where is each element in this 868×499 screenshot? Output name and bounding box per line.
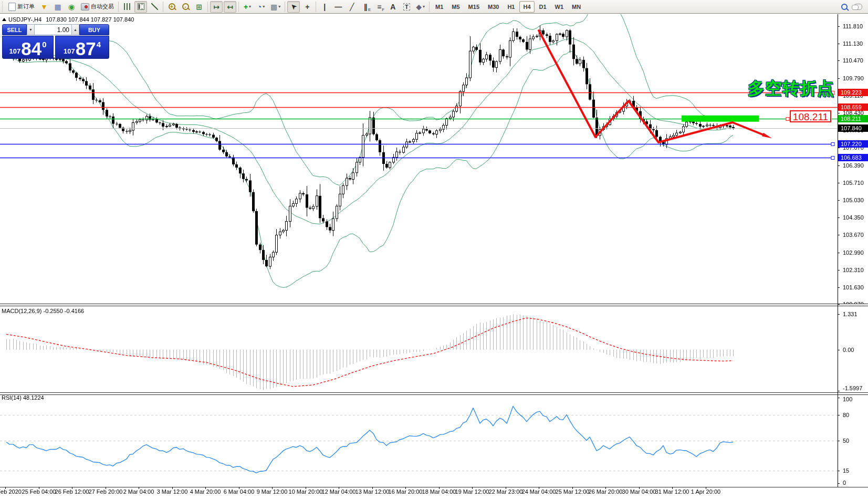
timeframe-h1-button[interactable]: H1 bbox=[504, 1, 518, 13]
text-button[interactable]: A bbox=[386, 1, 399, 13]
price-axis-label: 105.030 bbox=[843, 197, 864, 203]
date-axis: 23 Feb 202025 Feb 04:0026 Feb 12:0027 Fe… bbox=[0, 488, 868, 498]
price-axis-label: 109.790 bbox=[843, 75, 864, 81]
volume-increase-button[interactable]: ▲ bbox=[71, 24, 79, 35]
price-axis-label: 103.670 bbox=[843, 232, 864, 238]
tile-windows-button[interactable]: ⊞ bbox=[193, 1, 205, 13]
timeframe-mn-button[interactable]: MN bbox=[568, 1, 584, 13]
symbol-period-title: USDJPY-,H4 bbox=[8, 16, 41, 23]
timeframe-d1-button[interactable]: D1 bbox=[536, 1, 550, 13]
price-tag-106.683: 106.683 bbox=[838, 154, 868, 161]
new-order-button-label: 新订单 bbox=[17, 3, 35, 11]
auto-scroll-button[interactable]: ↦ bbox=[210, 1, 223, 13]
chart-shift-icon: ↤ bbox=[227, 3, 233, 11]
macd-axis: 1.3310.00-1.5997 bbox=[840, 306, 868, 392]
rsi-axis-label: 15 bbox=[843, 467, 849, 474]
auto-trading-button[interactable]: 自动交易 bbox=[79, 1, 116, 13]
turning-point-annotation[interactable]: 多空转折点 bbox=[748, 77, 834, 100]
sell-button[interactable]: SELL bbox=[2, 24, 27, 35]
price-axis-label: 102.990 bbox=[843, 250, 864, 256]
buy-price-pip: 4 bbox=[97, 40, 101, 49]
price-tag-108.659: 108.659 bbox=[838, 103, 868, 111]
candlestick-chart-button[interactable] bbox=[134, 1, 147, 13]
volume-decrease-button[interactable]: ▼ bbox=[27, 24, 35, 35]
text-label-button[interactable]: T bbox=[400, 1, 413, 13]
data-window-button[interactable]: ◉ bbox=[65, 1, 78, 13]
timeframe-m15-button[interactable]: M15 bbox=[465, 1, 483, 13]
vertical-line-icon: | bbox=[323, 3, 326, 11]
sell-price-big: 84 bbox=[21, 40, 41, 57]
vertical-line-button[interactable]: | bbox=[318, 1, 331, 13]
price-tag-107.220: 107.220 bbox=[838, 140, 868, 148]
buy-price-big: 87 bbox=[76, 40, 96, 57]
new-order-icon bbox=[8, 3, 16, 11]
line-chart-button[interactable] bbox=[148, 1, 161, 13]
text-label-icon: T bbox=[403, 3, 410, 11]
chart-shift-button[interactable]: ↤ bbox=[224, 1, 236, 13]
sell-price-pip: 0 bbox=[42, 40, 46, 49]
symbol-collapse-icon[interactable] bbox=[2, 18, 6, 21]
candlestick-chart-icon bbox=[138, 3, 144, 10]
price-axis-label: 101.630 bbox=[843, 284, 864, 290]
zoom-in-icon: + bbox=[169, 3, 175, 10]
tile-windows-icon: ⊞ bbox=[196, 3, 202, 11]
buy-price-display[interactable]: 107 87 4 bbox=[55, 36, 109, 59]
price-tag-108.211: 108.211 bbox=[838, 115, 868, 122]
search-icon[interactable] bbox=[838, 1, 851, 13]
channel-button[interactable]: ∥E bbox=[359, 1, 372, 13]
buy-price-figure: 107 bbox=[64, 47, 75, 55]
timeframe-m5-button[interactable]: M5 bbox=[448, 1, 463, 13]
favorites-icon-button[interactable]: ▼ bbox=[38, 1, 50, 13]
timeframe-m30-button[interactable]: M30 bbox=[484, 1, 503, 13]
rsi-axis-label: 0 bbox=[843, 480, 846, 486]
rsi-axis-label: 50 bbox=[843, 438, 849, 444]
date-axis-label: 1 Apr 20:00 bbox=[684, 488, 728, 495]
new-order-button[interactable]: 新订单 bbox=[6, 1, 37, 13]
bar-chart-icon bbox=[124, 3, 131, 10]
templates-button[interactable]: ▩▾ bbox=[268, 1, 283, 13]
price-tag-107.840: 107.840 bbox=[838, 124, 868, 132]
toolbar: 新订单▼▦◉自动交易+-⊞↦↤+▾◔▾▩▾➤+|—╱∥E≡FAT◆▾M1M5M1… bbox=[0, 0, 868, 14]
sell-price-display[interactable]: 107 84 0 bbox=[2, 36, 54, 59]
fibonacci-icon: ≡ bbox=[377, 3, 381, 11]
main-chart-canvas[interactable] bbox=[0, 0, 868, 499]
bar-chart-button[interactable] bbox=[121, 1, 133, 13]
periods-icon: ◔ bbox=[257, 3, 262, 11]
timeframe-w1-button[interactable]: W1 bbox=[551, 1, 568, 13]
rsi-label: RSI(14) 48.1224 bbox=[2, 394, 44, 401]
zoom-out-icon: - bbox=[182, 3, 189, 10]
text-icon: A bbox=[390, 3, 395, 11]
horizontal-line-icon: — bbox=[334, 3, 342, 11]
zoom-in-button[interactable]: + bbox=[165, 1, 178, 13]
zoom-out-button[interactable]: - bbox=[179, 1, 192, 13]
timeframe-m1-button[interactable]: M1 bbox=[432, 1, 447, 13]
search-icon bbox=[841, 4, 848, 10]
price-axis-label: 104.350 bbox=[843, 214, 864, 221]
periods-button[interactable]: ◔▾ bbox=[255, 1, 267, 13]
horizontal-line-button[interactable]: — bbox=[332, 1, 344, 13]
ohlc-values: 107.830 107.844 107.827 107.840 bbox=[46, 16, 134, 23]
market-watch-button[interactable]: ▦ bbox=[51, 1, 64, 13]
price-axis-label: 111.810 bbox=[843, 23, 863, 29]
price-callout-label[interactable]: 108.211 bbox=[790, 110, 831, 122]
one-click-trade-panel: SELL ▼ ▲ BUY 107 84 0 107 87 4 bbox=[2, 24, 109, 59]
fibonacci-button[interactable]: ≡F bbox=[373, 1, 385, 13]
sell-price-figure: 107 bbox=[9, 47, 21, 55]
timeframe-h4-button[interactable]: H4 bbox=[519, 1, 534, 13]
price-axis-label: 105.710 bbox=[843, 180, 864, 186]
market-watch-icon: ▦ bbox=[54, 3, 61, 11]
community-chat-icon[interactable] bbox=[852, 1, 864, 13]
buy-button[interactable]: BUY bbox=[79, 24, 109, 35]
volume-input[interactable] bbox=[35, 24, 71, 35]
rsi-axis-label: 100 bbox=[843, 396, 852, 402]
trendline-button[interactable]: ╱ bbox=[346, 1, 358, 13]
templates-icon: ▩ bbox=[270, 3, 277, 11]
crosshair-icon: + bbox=[305, 3, 309, 11]
rsi-axis: 1008050150 bbox=[840, 395, 868, 487]
arrows-button[interactable]: ◆▾ bbox=[414, 1, 427, 13]
cursor-icon: ➤ bbox=[288, 2, 299, 12]
indicators-button[interactable]: +▾ bbox=[241, 1, 254, 13]
crosshair-button[interactable]: + bbox=[301, 1, 313, 13]
line-chart-icon bbox=[151, 3, 158, 10]
cursor-button[interactable]: ➤ bbox=[287, 1, 300, 13]
